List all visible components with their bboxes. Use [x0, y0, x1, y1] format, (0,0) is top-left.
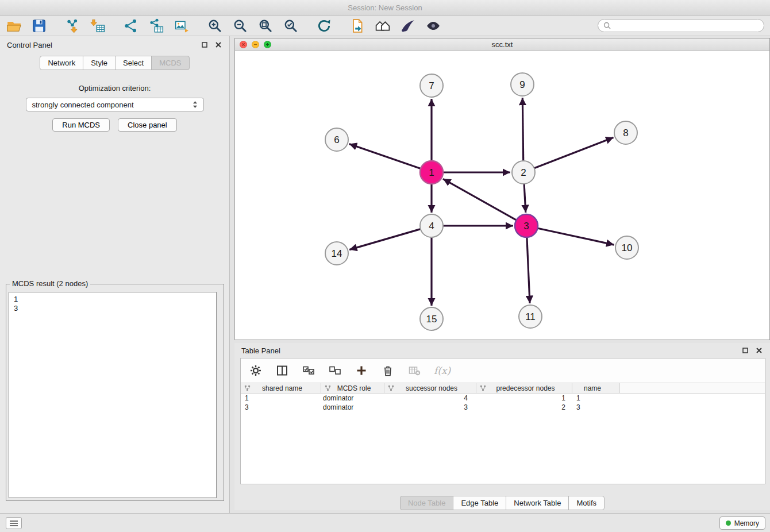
memory-button[interactable]: Memory [719, 516, 765, 530]
node-2[interactable]: 2 [512, 161, 535, 184]
node-1[interactable]: 1 [420, 161, 443, 184]
memory-label: Memory [734, 519, 759, 527]
cell-shared-name[interactable]: 3 [241, 403, 321, 411]
mcds-result-area[interactable]: 1 3 [9, 292, 217, 498]
column-header-predecessor-nodes[interactable]: predecessor nodes [476, 383, 572, 393]
cell-mcds-role[interactable]: dominator [321, 403, 384, 411]
cell-predecessor-nodes[interactable]: 1 [476, 394, 572, 402]
function-builder-icon[interactable]: f(x) [434, 365, 451, 376]
cell-mcds-role[interactable]: dominator [321, 394, 384, 402]
zoom-selected-icon[interactable] [283, 18, 299, 34]
network-window: scc.txt 7968124314101511 [234, 38, 770, 340]
table-toolbar: f(x) [241, 358, 765, 383]
open-file-icon[interactable] [6, 18, 22, 34]
float-panel-icon[interactable] [201, 41, 209, 49]
add-icon[interactable] [355, 364, 368, 377]
node-8[interactable]: 8 [614, 121, 637, 144]
eye-icon[interactable] [425, 18, 441, 34]
cell-successor-nodes[interactable]: 3 [384, 403, 476, 411]
edge-3-10[interactable] [538, 228, 614, 245]
zoom-fit-icon[interactable] [257, 18, 274, 34]
edge-3-1[interactable] [443, 179, 517, 220]
tab-edge-table[interactable]: Edge Table [453, 496, 506, 510]
style-icon[interactable] [400, 18, 416, 34]
tab-mcds[interactable]: MCDS [151, 56, 189, 70]
table-panel-header: Table Panel [234, 343, 770, 358]
table-panel-title: Table Panel [241, 346, 280, 355]
svg-text:3: 3 [523, 221, 529, 232]
edge-1-6[interactable] [349, 144, 421, 169]
new-network-table-icon[interactable] [148, 18, 164, 34]
new-network-icon[interactable] [123, 18, 139, 34]
run-mcds-button[interactable]: Run MCDS [52, 118, 110, 132]
network-svg[interactable]: 7968124314101511 [235, 51, 769, 340]
control-panel: Control Panel Network Style Select MCDS … [0, 36, 230, 513]
delete-icon[interactable] [381, 364, 395, 377]
tab-network[interactable]: Network [40, 56, 83, 70]
node-4[interactable]: 4 [420, 214, 443, 237]
export-image-icon[interactable] [174, 18, 190, 34]
node-15[interactable]: 15 [420, 307, 443, 330]
zoom-in-icon[interactable] [207, 18, 223, 34]
node-11[interactable]: 11 [519, 305, 542, 328]
node-7[interactable]: 7 [420, 74, 443, 97]
toolbar-group [316, 18, 332, 34]
import-network-icon[interactable] [64, 18, 80, 34]
tab-select[interactable]: Select [115, 56, 152, 70]
node-9[interactable]: 9 [511, 73, 534, 96]
svg-text:11: 11 [525, 311, 536, 322]
node-14[interactable]: 14 [325, 242, 348, 265]
column-header-mcds-role[interactable]: MCDS role [321, 383, 384, 393]
edge-2-3[interactable] [524, 184, 526, 213]
maximize-window-icon[interactable] [264, 41, 271, 48]
import-table-icon[interactable] [90, 18, 106, 34]
edge-2-8[interactable] [534, 137, 614, 168]
svg-text:1: 1 [429, 167, 434, 178]
column-header-successor-nodes[interactable]: successor nodes [384, 383, 476, 393]
deselect-all-icon[interactable] [328, 364, 342, 377]
cell-shared-name[interactable]: 1 [241, 394, 321, 402]
tab-style[interactable]: Style [83, 56, 116, 70]
close-window-icon[interactable] [240, 41, 247, 48]
search-box[interactable] [598, 19, 764, 32]
svg-text:7: 7 [429, 80, 434, 91]
table-row[interactable]: 3 dominator 3 2 3 [241, 403, 765, 412]
node-3[interactable]: 3 [515, 214, 538, 237]
network-window-titlebar: scc.txt [235, 38, 769, 51]
result-line: 3 [14, 304, 211, 313]
node-10[interactable]: 10 [615, 236, 638, 259]
column-tree-icon [480, 385, 486, 391]
edge-2-9[interactable] [522, 98, 523, 161]
delete-table-icon[interactable] [407, 364, 421, 377]
panel-list-button[interactable] [6, 517, 22, 529]
close-panel-icon[interactable] [214, 41, 222, 49]
node-6[interactable]: 6 [325, 128, 348, 151]
cell-name[interactable]: 1 [572, 394, 620, 402]
close-mcds-panel-button[interactable]: Close panel [118, 118, 177, 132]
edge-3-11[interactable] [527, 237, 530, 303]
home-icon[interactable] [375, 18, 391, 34]
cell-name[interactable]: 3 [572, 403, 620, 411]
cell-successor-nodes[interactable]: 4 [384, 394, 476, 402]
optimization-select[interactable]: strongly connected component [26, 98, 204, 111]
select-all-icon[interactable] [302, 364, 315, 377]
open-document-icon[interactable] [349, 18, 365, 34]
search-input[interactable] [614, 22, 759, 30]
refresh-icon[interactable] [316, 18, 332, 34]
minimize-window-icon[interactable] [252, 41, 259, 48]
zoom-out-icon[interactable] [232, 18, 248, 34]
settings-icon[interactable] [249, 364, 263, 377]
float-panel-icon[interactable] [741, 346, 749, 354]
tab-network-table[interactable]: Network Table [506, 496, 569, 510]
column-header-shared-name[interactable]: shared name [241, 383, 321, 393]
columns-icon[interactable] [275, 364, 289, 377]
edge-4-14[interactable] [349, 229, 421, 250]
close-panel-icon[interactable] [755, 346, 763, 354]
tab-node-table[interactable]: Node Table [400, 496, 454, 510]
table-row[interactable]: 1 dominator 4 1 1 [241, 394, 765, 403]
result-line: 1 [14, 295, 211, 304]
column-header-name[interactable]: name [572, 383, 620, 393]
cell-predecessor-nodes[interactable]: 2 [476, 403, 572, 411]
save-icon[interactable] [31, 18, 47, 34]
tab-motifs[interactable]: Motifs [568, 496, 605, 510]
